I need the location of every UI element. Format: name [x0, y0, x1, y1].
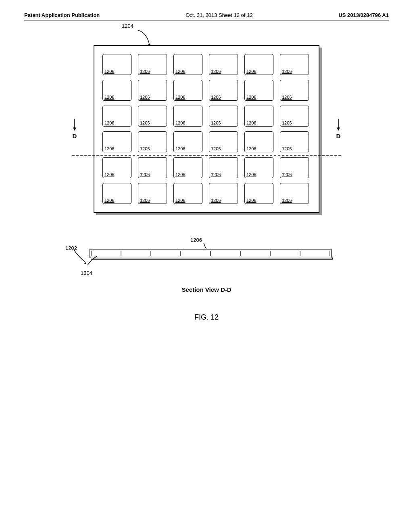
grid-cell-3-4: 1206 — [244, 131, 273, 152]
grid-cell-5-4: 1206 — [244, 183, 273, 204]
fig-top: 1204 D D — [94, 45, 319, 213]
side-view — [90, 249, 332, 258]
grid-cell-2-0: 1206 — [102, 106, 131, 127]
header-right: US 2013/0284796 A1 — [338, 12, 389, 18]
grid-cell-0-4: 1206 — [244, 54, 273, 75]
grid-cell-3-0: 1206 — [102, 131, 131, 152]
grid-cell-1-1: 1206 — [138, 80, 167, 101]
svg-marker-2 — [73, 128, 76, 131]
arrow-d-left-down — [71, 119, 78, 131]
grid-cell-1-3: 1206 — [209, 80, 238, 101]
arrow-d-right-down — [335, 119, 342, 131]
grid-cell-3-5: 1206 — [280, 131, 309, 152]
side-cell-5 — [240, 251, 270, 256]
grid-cell-2-3: 1206 — [209, 106, 238, 127]
header: Patent Application Publication Oct. 31, … — [24, 12, 389, 21]
side-cell-6 — [270, 251, 300, 256]
grid-cell-2-5: 1206 — [280, 106, 309, 127]
arrow-1204-bot — [86, 253, 102, 269]
grid-cell-1-5: 1206 — [280, 80, 309, 101]
grid-cell-0-0: 1206 — [102, 54, 131, 75]
label-1206-bot: 1206 — [190, 237, 202, 243]
grid-cell-0-3: 1206 — [209, 54, 238, 75]
grid-cell-3-1: 1206 — [138, 131, 167, 152]
fig-bottom: 1202 1206 — [65, 237, 348, 258]
side-strip-inner — [91, 251, 330, 256]
grid-cell-4-4: 1206 — [244, 157, 273, 178]
d-label-left: D — [71, 119, 78, 139]
grid-cell-3-3: 1206 — [209, 131, 238, 152]
grid-cell-0-2: 1206 — [173, 54, 202, 75]
grid-cell-4-2: 1206 — [173, 157, 202, 178]
label-1204-top: 1204 — [122, 23, 133, 29]
grid-cell-4-1: 1206 — [138, 157, 167, 178]
arrow-1204-top — [134, 28, 158, 46]
side-cell-7 — [300, 251, 330, 256]
side-cell-4 — [211, 251, 240, 256]
grid-cell-3-2: 1206 — [173, 131, 202, 152]
grid-cell-5-3: 1206 — [209, 183, 238, 204]
header-left: Patent Application Publication — [24, 12, 100, 18]
header-center: Oct. 31, 2013 Sheet 12 of 12 — [186, 12, 252, 18]
grid-cell-1-0: 1206 — [102, 80, 131, 101]
grid-cell-4-3: 1206 — [209, 157, 238, 178]
page: Patent Application Publication Oct. 31, … — [0, 0, 413, 532]
grid-cell-1-2: 1206 — [173, 80, 202, 101]
grid-container: 1206120612061206120612061206120612061206… — [94, 45, 319, 213]
side-strip-3d — [91, 258, 333, 260]
grid-cell-2-2: 1206 — [173, 106, 202, 127]
label-1204-bot: 1204 — [81, 270, 92, 276]
grid-cell-0-5: 1206 — [280, 54, 309, 75]
side-cell-1 — [121, 251, 151, 256]
grid-cell-5-5: 1206 — [280, 183, 309, 204]
main-grid: 1206120612061206120612061206120612061206… — [102, 54, 311, 204]
grid-cell-5-2: 1206 — [173, 183, 202, 204]
fig-label: FIG. 12 — [194, 313, 219, 322]
grid-cell-4-0: 1206 — [102, 157, 131, 178]
svg-marker-4 — [337, 128, 340, 131]
diagram-area: 1204 D D — [24, 45, 389, 322]
side-strip-outer — [90, 249, 332, 258]
section-view-label: Section View D-D — [181, 286, 231, 293]
grid-cell-1-4: 1206 — [244, 80, 273, 101]
d-label-right: D — [335, 119, 342, 139]
grid-cell-2-1: 1206 — [138, 106, 167, 127]
side-cell-3 — [181, 251, 211, 256]
grid-cell-5-1: 1206 — [138, 183, 167, 204]
grid-cell-0-1: 1206 — [138, 54, 167, 75]
side-cell-2 — [151, 251, 181, 256]
grid-cell-2-4: 1206 — [244, 106, 273, 127]
grid-cell-5-0: 1206 — [102, 183, 131, 204]
grid-cell-4-5: 1206 — [280, 157, 309, 178]
